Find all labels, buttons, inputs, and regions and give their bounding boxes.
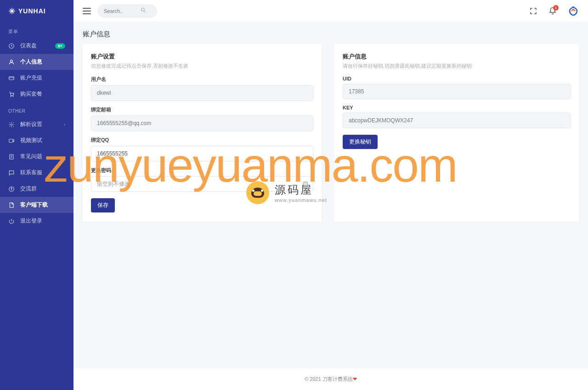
sidebar-item-label: 交流群 <box>20 185 37 193</box>
chat-icon <box>8 170 15 176</box>
sidebar-item-label: 解析设置 <box>20 120 42 128</box>
username-label: 用户名 <box>91 76 313 83</box>
sidebar-item-label: 常见问题 <box>20 153 42 161</box>
sidebar-item-recharge[interactable]: 账户充值 <box>0 70 74 86</box>
sidebar-item-label: 账户充值 <box>20 74 42 82</box>
fullscreen-icon[interactable] <box>529 7 537 15</box>
sidebar-item-label: 视频测试 <box>20 137 42 144</box>
password-field[interactable] <box>91 176 313 192</box>
logo-icon <box>8 7 16 15</box>
email-field <box>91 115 313 131</box>
app-logo-icon[interactable] <box>568 6 579 17</box>
qq-field[interactable] <box>91 146 313 161</box>
brand-text: YUNHAI <box>18 7 46 15</box>
sidebar-badge: 9+ <box>55 43 65 49</box>
change-key-button[interactable]: 更换秘钥 <box>343 135 378 149</box>
main: 账户信息 账户设置 信息修改完成记得点击保存,否则修改不生效 用户名 绑定邮箱 … <box>74 0 588 390</box>
sidebar-item-label: 客户端下载 <box>20 201 48 209</box>
key-field <box>343 113 571 128</box>
svg-point-3 <box>11 96 11 97</box>
sidebar-item-logout[interactable]: 退出登录 <box>0 213 74 229</box>
heart-icon: ❤ <box>353 376 357 382</box>
sidebar-item-group[interactable]: 交流群 <box>0 181 74 197</box>
calendar-icon <box>302 181 309 187</box>
svg-point-9 <box>141 8 145 11</box>
sidebar-item-video[interactable]: 视频测试 <box>0 132 74 149</box>
card-title: 账户设置 <box>91 52 313 61</box>
sidebar-item-label: 联系客服 <box>20 169 42 177</box>
svg-rect-6 <box>9 139 13 142</box>
sidebar-item-purchase[interactable]: 购买套餐 <box>0 86 74 102</box>
sidebar: YUNHAI 菜单 仪表盘 9+ 个人信息 账户充值 购买套餐 OTHER 解析… <box>0 0 74 390</box>
card-subtitle: 信息修改完成记得点击保存,否则修改不生效 <box>91 63 313 69</box>
user-icon <box>8 59 15 65</box>
sidebar-item-faq[interactable]: 常见问题 <box>0 149 74 165</box>
password-label: 更换密码 <box>91 167 313 174</box>
uid-field <box>343 84 571 99</box>
brand-logo[interactable]: YUNHAI <box>0 0 74 22</box>
sidebar-item-label: 退出登录 <box>20 217 42 225</box>
search-box[interactable] <box>97 4 157 18</box>
save-button[interactable]: 保存 <box>91 198 115 212</box>
sidebar-item-label: 购买套餐 <box>20 90 42 98</box>
sidebar-section-menu: 菜单 <box>0 22 74 38</box>
search-input[interactable] <box>104 8 141 14</box>
cart-icon <box>8 91 15 98</box>
sidebar-item-label: 仪表盘 <box>20 42 37 50</box>
qq-label: 绑定QQ <box>91 137 313 143</box>
menu-toggle[interactable] <box>83 8 91 14</box>
account-settings-card: 账户设置 信息修改完成记得点击保存,否则修改不生效 用户名 绑定邮箱 绑定QQ … <box>83 44 322 222</box>
sidebar-item-label: 个人信息 <box>20 58 42 66</box>
footer-text: © 2021 刀客计费系统 <box>305 376 353 382</box>
svg-point-5 <box>11 124 12 126</box>
svg-point-4 <box>13 96 13 97</box>
uid-label: UID <box>343 76 571 81</box>
sidebar-item-dashboard[interactable]: 仪表盘 9+ <box>0 38 74 54</box>
topbar: 1 <box>74 0 588 22</box>
video-icon <box>8 138 15 144</box>
share-icon <box>8 186 15 192</box>
notif-badge: 1 <box>553 5 559 11</box>
power-icon <box>8 218 15 224</box>
key-label: KEY <box>343 105 571 110</box>
bell-icon[interactable]: 1 <box>548 7 557 15</box>
username-field <box>91 85 313 101</box>
gear-icon <box>8 121 15 128</box>
card-title: 账户信息 <box>343 52 571 61</box>
sidebar-item-support[interactable]: 联系客服 <box>0 165 74 181</box>
chevron-right-icon: › <box>64 122 65 127</box>
sidebar-item-profile[interactable]: 个人信息 <box>0 54 74 70</box>
content-row: 账户设置 信息修改完成记得点击保存,否则修改不生效 用户名 绑定邮箱 绑定QQ … <box>74 44 588 222</box>
sidebar-item-parse[interactable]: 解析设置 › <box>0 116 74 132</box>
card-subtitle: 请自行保存好秘钥,切勿泄露此秘钥,建议定期更换新的秘钥 <box>343 63 571 69</box>
footer: © 2021 刀客计费系统❤ <box>74 368 588 390</box>
svg-rect-10 <box>303 182 307 186</box>
download-icon <box>8 202 15 208</box>
sidebar-item-download[interactable]: 客户端下载 <box>0 197 74 213</box>
account-info-card: 账户信息 请自行保存好秘钥,切勿泄露此秘钥,建议定期更换新的秘钥 UID KEY… <box>334 44 579 222</box>
doc-icon <box>8 154 15 160</box>
clock-icon <box>8 43 15 49</box>
email-label: 绑定邮箱 <box>91 106 313 113</box>
card-icon <box>8 75 15 81</box>
sidebar-section-other: OTHER <box>0 102 74 116</box>
svg-point-1 <box>11 60 13 62</box>
page-title: 账户信息 <box>74 22 588 44</box>
svg-rect-2 <box>9 76 14 80</box>
search-icon <box>141 7 146 14</box>
